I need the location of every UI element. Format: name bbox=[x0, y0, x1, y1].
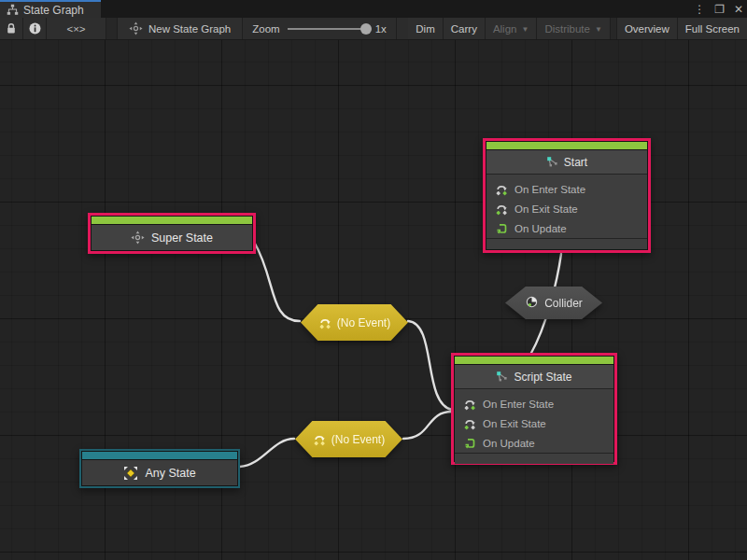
window-close-icon[interactable]: ✕ bbox=[734, 3, 743, 16]
node-footer bbox=[486, 238, 647, 249]
collider-icon bbox=[525, 296, 539, 310]
graph-name-button[interactable]: New State Graph bbox=[118, 18, 243, 39]
tab-state-graph[interactable]: State Graph bbox=[0, 0, 101, 18]
state-color-strip bbox=[82, 452, 237, 459]
enter-state-icon bbox=[495, 183, 508, 196]
event-label: On Exit State bbox=[514, 203, 578, 215]
enter-state-icon bbox=[463, 398, 476, 411]
node-title: Super State bbox=[151, 231, 213, 245]
wire-noevent-to-scriptstate-2 bbox=[403, 412, 452, 439]
node-super-state[interactable]: Super State bbox=[88, 213, 256, 254]
node-title: Script State bbox=[514, 371, 571, 384]
wire-noevent-to-scriptstate bbox=[408, 321, 452, 410]
event-row-enter[interactable]: On Enter State bbox=[455, 394, 613, 413]
transition-event-icon bbox=[318, 316, 331, 329]
update-icon bbox=[463, 437, 476, 450]
node-label: (No Event) bbox=[331, 433, 385, 446]
node-start-body: On Enter State On Exit State On Update bbox=[486, 174, 647, 238]
zoom-slider[interactable] bbox=[288, 28, 368, 30]
tab-bar: State Graph ⋮ ❐ ✕ bbox=[0, 0, 747, 18]
script-state-icon bbox=[496, 371, 508, 383]
full-screen-button[interactable]: Full Screen bbox=[678, 18, 747, 39]
code-view-button[interactable]: <×> bbox=[47, 18, 106, 39]
node-footer bbox=[455, 453, 613, 464]
wire-superstate-to-noevent bbox=[254, 242, 300, 321]
node-label: Collider bbox=[544, 297, 583, 310]
align-label: Align bbox=[493, 23, 517, 35]
state-color-strip bbox=[455, 357, 613, 364]
event-row-update[interactable]: On Update bbox=[455, 433, 613, 453]
node-no-event-top[interactable]: (No Event) bbox=[301, 304, 408, 341]
info-icon bbox=[29, 22, 41, 35]
zoom-slider-knob[interactable] bbox=[360, 23, 372, 35]
state-graph-icon bbox=[129, 21, 143, 35]
graph-canvas[interactable]: Start On Enter State On Exit bbox=[0, 40, 747, 560]
node-no-event-bottom[interactable]: (No Event) bbox=[295, 421, 402, 457]
event-label: On Enter State bbox=[514, 184, 585, 195]
distribute-button[interactable]: Distribute ▼ bbox=[537, 18, 611, 39]
event-row-update[interactable]: On Update bbox=[486, 218, 647, 238]
event-row-exit[interactable]: On Exit State bbox=[486, 199, 647, 218]
code-icon: <×> bbox=[66, 23, 85, 35]
node-script-state-header[interactable]: Script State bbox=[455, 365, 613, 388]
overview-button[interactable]: Overview bbox=[617, 18, 678, 39]
event-row-enter[interactable]: On Enter State bbox=[486, 179, 647, 199]
node-label: (No Event) bbox=[337, 316, 390, 329]
chevron-down-icon: ▼ bbox=[521, 25, 529, 34]
node-start[interactable]: Start On Enter State On Exit bbox=[483, 138, 651, 253]
exit-state-icon bbox=[463, 417, 476, 430]
event-label: On Update bbox=[514, 223, 567, 234]
update-icon bbox=[495, 222, 508, 235]
transition-event-icon bbox=[313, 433, 326, 446]
exit-state-icon bbox=[495, 203, 508, 216]
node-script-state[interactable]: Script State On Enter State O bbox=[451, 353, 617, 465]
window-maximize-icon[interactable]: ❐ bbox=[714, 3, 725, 16]
zoom-control: Zoom 1x bbox=[243, 18, 397, 39]
node-any-state-header[interactable]: Any State bbox=[82, 460, 237, 485]
wire-anystate-to-noevent bbox=[240, 439, 294, 467]
graph-toolbar: <×> New State Graph Zoom 1x Dim Carry Al… bbox=[0, 18, 747, 40]
node-super-state-header[interactable]: Super State bbox=[92, 225, 252, 250]
zoom-value: 1x bbox=[375, 23, 387, 35]
event-label: On Enter State bbox=[483, 399, 554, 410]
tab-label: State Graph bbox=[23, 4, 84, 17]
align-button[interactable]: Align ▼ bbox=[486, 18, 538, 39]
info-button[interactable] bbox=[23, 18, 47, 39]
window-menu-icon[interactable]: ⋮ bbox=[694, 3, 705, 16]
event-label: On Exit State bbox=[483, 418, 546, 429]
carry-button[interactable]: Carry bbox=[444, 18, 486, 39]
chevron-down-icon: ▼ bbox=[595, 25, 602, 34]
node-any-state[interactable]: Any State bbox=[79, 449, 240, 488]
event-label: On Update bbox=[483, 438, 535, 449]
any-state-icon bbox=[123, 466, 138, 481]
super-state-icon bbox=[131, 231, 145, 245]
state-color-strip bbox=[486, 142, 647, 149]
lock-icon bbox=[6, 22, 17, 35]
state-color-strip bbox=[92, 217, 252, 224]
node-collider[interactable]: Collider bbox=[505, 287, 602, 319]
lock-button[interactable] bbox=[0, 18, 23, 39]
zoom-label: Zoom bbox=[252, 23, 279, 35]
node-start-header[interactable]: Start bbox=[486, 150, 647, 174]
node-script-state-body: On Enter State On Exit State On Update bbox=[455, 388, 613, 453]
graph-name-label: New State Graph bbox=[148, 23, 231, 35]
event-row-exit[interactable]: On Exit State bbox=[455, 413, 613, 433]
script-state-icon bbox=[546, 156, 558, 168]
graph-hierarchy-icon bbox=[7, 4, 19, 16]
distribute-label: Distribute bbox=[544, 23, 590, 35]
node-title: Any State bbox=[145, 467, 195, 480]
node-title: Start bbox=[564, 156, 587, 169]
dim-button[interactable]: Dim bbox=[408, 18, 443, 39]
